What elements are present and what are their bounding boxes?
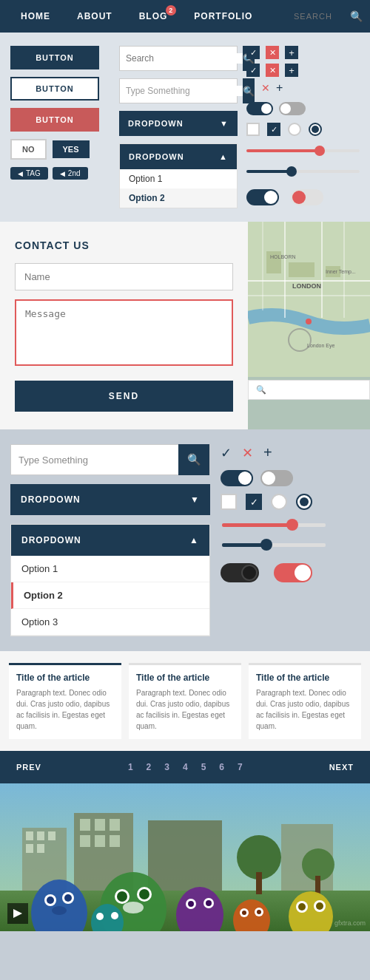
page-5[interactable]: 5	[197, 760, 211, 774]
page-7[interactable]: 7	[233, 760, 247, 774]
svg-rect-34	[256, 872, 262, 894]
dropdown-lg-option-1[interactable]: Option 1	[11, 556, 209, 582]
page-1[interactable]: 1	[124, 760, 138, 774]
chevron-down-icon: ▼	[220, 119, 229, 128]
map-search-text: 🔍	[256, 385, 266, 394]
dropdown-option-1[interactable]: Option 1	[120, 169, 237, 188]
svg-point-66	[111, 912, 118, 919]
slider2-1-track	[222, 523, 326, 527]
dark-toggle-off[interactable]	[291, 189, 323, 205]
page-4[interactable]: 4	[178, 760, 192, 774]
nav-blog[interactable]: BLOG 2	[126, 11, 181, 21]
svg-rect-27	[80, 835, 90, 847]
checkbox-x-1[interactable]: ✕	[266, 46, 279, 59]
toggle-on[interactable]	[246, 102, 273, 115]
search-input[interactable]	[120, 53, 243, 64]
slider-2-track	[246, 170, 360, 173]
checkbox-empty[interactable]	[246, 123, 260, 136]
ui-kit2-section: 🔍 DROPDOWN ▼ DROPDOWN ▲ Option 1 Option …	[0, 429, 370, 651]
radio2-filled[interactable]	[296, 494, 312, 510]
checkbox2-empty[interactable]	[221, 494, 237, 510]
nav-search-area: 🔍	[294, 10, 363, 22]
play-button[interactable]	[7, 903, 28, 924]
contact-form: CONTACT US SEND	[0, 222, 248, 429]
article-title-3: Title of the article	[256, 673, 354, 683]
dropdown-lg-option-3[interactable]: Option 3	[11, 609, 209, 636]
nav-about[interactable]: ABOUT	[64, 11, 126, 21]
type-input[interactable]	[120, 86, 243, 96]
dropdown-lg-option-2[interactable]: Option 2	[11, 582, 209, 609]
dropdown-option-2[interactable]: Option 2	[120, 188, 237, 208]
checkbox-plus-2[interactable]: +	[285, 64, 298, 77]
nav-search-input[interactable]	[294, 12, 346, 21]
tag-2[interactable]: ◀ 2nd	[53, 167, 88, 180]
checkbox-checked-1[interactable]: ✓	[246, 46, 260, 59]
toggle2-off[interactable]	[260, 470, 293, 486]
svg-point-42	[52, 906, 67, 915]
plus2-icon[interactable]: +	[263, 444, 272, 461]
type-lg-wrap: 🔍	[10, 444, 210, 475]
page-3[interactable]: 3	[160, 760, 174, 774]
nav-portfolio[interactable]: PORTFOLIO	[181, 11, 266, 21]
solid-button[interactable]: BUTTON	[10, 46, 99, 69]
dropdown-lg-open-header[interactable]: DROPDOWN ▲	[11, 525, 209, 556]
next-button[interactable]: NEXT	[323, 760, 360, 775]
contact-name-input[interactable]	[15, 263, 233, 290]
dropdown-closed-1[interactable]: DROPDOWN ▼	[119, 111, 238, 136]
outline-button[interactable]: BUTTON	[10, 77, 99, 101]
article-card-3: Title of the article Paragraph text. Don…	[249, 663, 361, 739]
plus-icon[interactable]: +	[276, 81, 283, 95]
dark-toggle2-dark[interactable]	[221, 563, 259, 582]
radio-empty[interactable]	[288, 123, 301, 136]
toggle-knob-on	[261, 103, 272, 114]
svg-point-63	[316, 902, 323, 910]
toggle2-row	[221, 470, 360, 486]
dark-toggle2-knob-dark	[241, 565, 258, 581]
check2-icon[interactable]: ✓	[221, 445, 232, 461]
radio-filled[interactable]	[309, 123, 322, 136]
prev-button[interactable]: PREV	[10, 760, 47, 775]
sliders-section	[246, 143, 360, 179]
yes-button[interactable]: YES	[53, 140, 90, 158]
checkbox-plus-1[interactable]: +	[285, 46, 298, 59]
slider2-2-thumb[interactable]	[260, 539, 272, 551]
slider-2-thumb[interactable]	[286, 166, 297, 177]
checkbox2-checked[interactable]: ✓	[246, 494, 262, 510]
checkbox-x-2[interactable]: ✕	[266, 64, 279, 77]
contact-message-input[interactable]	[15, 299, 233, 366]
dark-toggle2-red[interactable]	[274, 563, 312, 582]
type-lg-search-btn[interactable]: 🔍	[178, 444, 209, 475]
nav-home[interactable]: HOME	[7, 11, 64, 21]
search-icon[interactable]: 🔍	[350, 10, 363, 22]
checkbox-checked-2[interactable]: ✓	[246, 64, 260, 77]
dark-toggle-knob-off	[292, 191, 306, 204]
check-icon[interactable]: ✓	[246, 82, 255, 94]
type-lg-input[interactable]	[11, 455, 178, 466]
slider2-1-thumb[interactable]	[286, 519, 298, 531]
arrow-left-icon-2: ◀	[60, 170, 65, 177]
dropdown-lg-1[interactable]: DROPDOWN ▼	[10, 484, 210, 515]
send-button[interactable]: SEND	[15, 381, 233, 412]
dropdown-open-header[interactable]: DROPDOWN ▲	[120, 144, 237, 169]
svg-rect-26	[110, 819, 120, 831]
page-6[interactable]: 6	[215, 760, 229, 774]
no-button[interactable]: NO	[10, 139, 47, 160]
checkboxes-section: ✓ ✕ + ✓ ✕ + ✓ ✕ +	[246, 46, 360, 95]
toggle2-on[interactable]	[221, 470, 253, 486]
slider-1-thumb[interactable]	[314, 146, 325, 156]
monsters-background: gfxtra.com	[0, 783, 370, 931]
dropdown-open: DROPDOWN ▲ Option 1 Option 2	[119, 143, 238, 208]
tag-1[interactable]: ◀ TAG	[10, 167, 48, 180]
x2-icon[interactable]: ✕	[242, 445, 253, 461]
radio2-empty[interactable]	[271, 494, 287, 510]
page-2[interactable]: 2	[142, 760, 156, 774]
dark-toggle-on[interactable]	[246, 189, 279, 205]
toggle-off[interactable]	[279, 102, 306, 115]
map-placeholder: LONDON HOLBORN Inner Temp... London Eye …	[248, 222, 370, 429]
x-icon[interactable]: ✕	[261, 82, 270, 94]
svg-point-39	[47, 896, 54, 904]
map-input[interactable]: 🔍	[248, 380, 370, 400]
red-button[interactable]: BUTTON	[10, 108, 99, 132]
kit2-inputs-column: 🔍 DROPDOWN ▼ DROPDOWN ▲ Option 1 Option …	[10, 444, 210, 636]
checkbox-checked[interactable]: ✓	[267, 123, 280, 136]
